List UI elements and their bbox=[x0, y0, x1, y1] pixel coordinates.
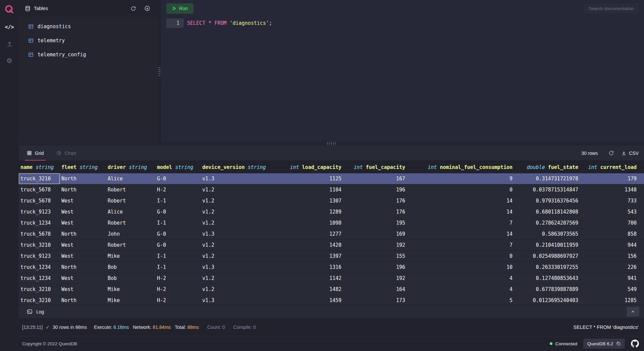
collapse-log-button[interactable] bbox=[627, 307, 639, 316]
cell[interactable]: G-0 bbox=[155, 240, 201, 250]
vertical-splitter[interactable] bbox=[158, 0, 161, 141]
column-header-load_capacity[interactable]: intload_capacity bbox=[278, 164, 345, 170]
cell[interactable]: 196 bbox=[345, 262, 409, 273]
github-link[interactable] bbox=[631, 340, 639, 348]
cell[interactable]: 1098 bbox=[278, 218, 345, 228]
cell[interactable]: I-1 bbox=[155, 218, 201, 228]
cell[interactable]: 1316 bbox=[278, 262, 345, 273]
cell[interactable]: Alice bbox=[106, 207, 155, 217]
cell[interactable]: G-0 bbox=[155, 229, 201, 239]
cell[interactable]: 192 bbox=[345, 273, 409, 284]
cell[interactable]: truck_1234 bbox=[19, 273, 60, 284]
cell[interactable]: v1.2 bbox=[201, 273, 278, 284]
cell[interactable]: North bbox=[60, 295, 106, 305]
cell[interactable]: 173 bbox=[345, 295, 409, 305]
cell[interactable]: 195 bbox=[345, 218, 409, 228]
cell[interactable]: truck_1234 bbox=[19, 218, 60, 228]
cell[interactable]: 7 bbox=[409, 240, 516, 250]
cell[interactable]: H-2 bbox=[155, 284, 201, 295]
cell[interactable]: 164 bbox=[345, 284, 409, 295]
cell[interactable]: H-2 bbox=[155, 273, 201, 284]
refresh-tables-button[interactable] bbox=[128, 3, 139, 14]
cell[interactable]: Robert bbox=[106, 184, 155, 195]
cell[interactable]: 4 bbox=[409, 273, 516, 284]
column-header-fuel_state[interactable]: doublefuel_state bbox=[516, 164, 582, 170]
cell[interactable]: v1.2 bbox=[201, 207, 278, 217]
code-editor[interactable]: 1 SELECT * FROM 'diagnostics'; bbox=[161, 17, 644, 141]
cell[interactable]: 941 bbox=[582, 273, 640, 284]
cell[interactable]: Bob bbox=[106, 273, 155, 284]
tab-grid[interactable]: Grid bbox=[27, 145, 44, 161]
cell[interactable]: 176 bbox=[345, 195, 409, 206]
run-button[interactable]: Run bbox=[166, 3, 194, 14]
cell[interactable]: 1125 bbox=[278, 173, 345, 184]
questdb-logo[interactable] bbox=[0, 0, 19, 19]
cell[interactable]: truck_5678 bbox=[19, 229, 60, 239]
cell[interactable]: v1.2 bbox=[201, 251, 278, 261]
cell[interactable]: 944 bbox=[582, 240, 640, 250]
cell[interactable]: North bbox=[60, 184, 106, 195]
table-list-item[interactable]: telemetry_config bbox=[19, 48, 158, 62]
table-row[interactable]: truck_3210NorthMikeH-2v1.3145917350.0123… bbox=[19, 295, 644, 305]
cell[interactable]: truck_3210 bbox=[19, 284, 60, 295]
cell[interactable]: v1.2 bbox=[201, 284, 278, 295]
table-row[interactable]: truck_9123WestMikeI-1v1.2139715500.02549… bbox=[19, 251, 644, 262]
code-line[interactable]: SELECT * FROM 'diagnostics'; bbox=[184, 18, 272, 28]
cell[interactable]: 1420 bbox=[278, 240, 345, 250]
cell[interactable]: Mike bbox=[106, 295, 155, 305]
settings-nav[interactable]: ⚙ bbox=[0, 52, 19, 69]
cell[interactable]: 169 bbox=[345, 229, 409, 239]
cell[interactable]: 14 bbox=[409, 207, 516, 217]
column-header-fleet[interactable]: fleetstring bbox=[60, 164, 106, 170]
cell[interactable]: 1307 bbox=[278, 195, 345, 206]
cell[interactable]: 156 bbox=[582, 251, 640, 261]
column-header-driver[interactable]: driverstring bbox=[106, 164, 155, 170]
cell[interactable]: v1.2 bbox=[201, 218, 278, 228]
cell[interactable]: I-1 bbox=[155, 195, 201, 206]
version-badge[interactable]: QuestDB 6.2 bbox=[583, 339, 625, 349]
cell[interactable]: truck_9123 bbox=[19, 207, 60, 217]
cell[interactable]: truck_3210 bbox=[19, 295, 60, 305]
cell[interactable]: I-1 bbox=[155, 262, 201, 273]
cell[interactable]: 0.127480853643 bbox=[516, 273, 582, 284]
cell[interactable]: 543 bbox=[582, 207, 640, 217]
cell[interactable]: 0.210410011959 bbox=[516, 240, 582, 250]
search-docs-button[interactable]: Search documentation bbox=[584, 4, 639, 13]
cell[interactable]: 0.263330197255 bbox=[516, 262, 582, 273]
table-row[interactable]: truck_3210WestRobertG-0v1.2142019270.210… bbox=[19, 240, 644, 251]
cell[interactable]: 700 bbox=[582, 218, 640, 228]
cell[interactable]: 226 bbox=[582, 262, 640, 273]
cell[interactable]: 0 bbox=[409, 251, 516, 261]
cell[interactable]: 0 bbox=[409, 184, 516, 195]
cell[interactable]: I-1 bbox=[155, 251, 201, 261]
cell[interactable]: 10 bbox=[409, 262, 516, 273]
console-nav[interactable]: </> bbox=[0, 19, 19, 36]
cell[interactable]: 0.278624207569 bbox=[516, 218, 582, 228]
cell[interactable]: West bbox=[60, 207, 106, 217]
cell[interactable]: 733 bbox=[582, 195, 640, 206]
cell[interactable]: truck_3210 bbox=[19, 240, 60, 250]
cell[interactable]: 4 bbox=[409, 284, 516, 295]
cell[interactable]: West bbox=[60, 284, 106, 295]
column-header-name[interactable]: namestring bbox=[19, 164, 60, 170]
cell[interactable]: H-2 bbox=[155, 184, 201, 195]
cell[interactable]: 858 bbox=[582, 229, 640, 239]
cell[interactable]: Robert bbox=[106, 195, 155, 206]
refresh-results-button[interactable] bbox=[606, 148, 616, 159]
cell[interactable]: North bbox=[60, 173, 106, 184]
cell[interactable]: v1.2 bbox=[201, 184, 278, 195]
table-row[interactable]: truck_1234WestBobH-2v1.2114219240.127480… bbox=[19, 273, 644, 284]
table-row[interactable]: truck_3210NorthAliceG-0v1.3112516790.314… bbox=[19, 173, 644, 184]
cell[interactable]: truck_3210 bbox=[19, 173, 60, 184]
cell[interactable]: West bbox=[60, 195, 106, 206]
cell[interactable]: 1348 bbox=[582, 184, 640, 195]
table-row[interactable]: truck_3210WestMikeH-2v1.2148216440.67783… bbox=[19, 284, 644, 295]
cell[interactable]: North bbox=[60, 229, 106, 239]
cell[interactable]: truck_5678 bbox=[19, 184, 60, 195]
cell[interactable]: Mike bbox=[106, 251, 155, 261]
cell[interactable]: truck_1234 bbox=[19, 262, 60, 273]
cell[interactable]: H-2 bbox=[155, 295, 201, 305]
cell[interactable]: 1459 bbox=[278, 295, 345, 305]
cell[interactable]: West bbox=[60, 218, 106, 228]
cell[interactable]: 1277 bbox=[278, 229, 345, 239]
